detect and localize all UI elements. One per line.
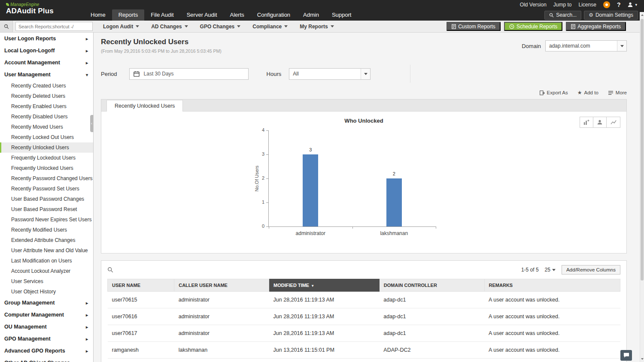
period-label: Period: [101, 71, 117, 77]
export-as-link[interactable]: Export As: [539, 90, 568, 96]
column-header-domain-controller[interactable]: DOMAIN CONTROLLER: [379, 279, 484, 292]
report-search-icon-button[interactable]: [0, 21, 13, 32]
scroll-up-button[interactable]: [640, 12, 644, 18]
sidebar-subitem-user-attribute-new-and-old-value[interactable]: User Attribute New and Old Value: [0, 245, 93, 256]
sidebar-subitem-frequently-unlocked-users[interactable]: Frequently Unlocked Users: [0, 163, 93, 173]
chart-bar-lakshmanan[interactable]: 2: [386, 178, 402, 226]
sidebar-subitem-extended-attribute-changes[interactable]: Extended Attribute Changes: [0, 235, 93, 245]
scroll-down-button[interactable]: [640, 356, 644, 362]
sidebar-subitem-account-lockout-analyzer[interactable]: Account Lockout Analyzer: [0, 266, 93, 276]
column-header-caller-user-name[interactable]: CALLER USER NAME: [174, 279, 269, 292]
domain-settings-button[interactable]: ⚙ Domain Settings: [584, 11, 638, 20]
chart-line-view-button[interactable]: [607, 117, 620, 127]
sidebar-subitem-frequently-lockedout-users[interactable]: Frequently Lockedout Users: [0, 153, 93, 163]
cell-domain-controller: adap-dc1: [379, 308, 484, 325]
sidebar-subitem-user-based-password-reset[interactable]: User Based Password Reset: [0, 204, 93, 214]
x-axis-tick: [436, 226, 436, 229]
domain-select[interactable]: adap.internal.com: [545, 40, 627, 51]
sidebar-item-advanced-gpo-reports[interactable]: Advanced GPO Reports▸: [0, 345, 93, 357]
sidebar-subitem-user-based-password-changes[interactable]: User Based Password Changes: [0, 194, 93, 204]
sidebar-collapse-handle[interactable]: ‹: [90, 115, 93, 132]
sidebar-item-user-management[interactable]: User Management▾: [0, 69, 93, 81]
help-icon[interactable]: ?: [617, 1, 621, 8]
nav-item-admin[interactable]: Admin: [297, 9, 325, 21]
sidebar-subitem-password-never-expires-set-users[interactable]: Password Never Expires Set Users: [0, 214, 93, 225]
scroll-thumb[interactable]: [641, 19, 644, 281]
sidebar-subitem-recently-locked-out-users[interactable]: Recently Locked Out Users: [0, 132, 93, 142]
menu-compliance[interactable]: Compliance: [246, 21, 294, 33]
sidebar-item-user-logon-reports[interactable]: User Logon Reports▸: [0, 33, 93, 45]
chart-bar-administrator[interactable]: 3: [303, 154, 318, 226]
tick-mark: [266, 154, 269, 155]
nav-item-support[interactable]: Support: [325, 9, 358, 21]
nav-item-reports[interactable]: Reports: [112, 9, 145, 21]
column-header-modified-time[interactable]: MODIFIED TIME▼: [269, 279, 380, 292]
period-picker[interactable]: Last 30 Days: [129, 68, 249, 80]
sidebar-item-group-management[interactable]: Group Management▸: [0, 297, 93, 309]
chevron-down-icon: [331, 25, 334, 27]
nav-item-alerts[interactable]: Alerts: [224, 9, 251, 21]
sidebar-item-local-logon-logoff[interactable]: Local Logon-Logoff▸: [0, 45, 93, 57]
title-row: Recently Unlocked Users (From May 29,201…: [101, 38, 627, 54]
table-search-icon[interactable]: [107, 267, 113, 273]
export-icon: [539, 90, 545, 96]
nav-item-configuration[interactable]: Configuration: [251, 9, 297, 21]
nav-item-server-audit[interactable]: Server Audit: [180, 9, 224, 21]
report-search-input[interactable]: [15, 22, 93, 31]
nav-item-home[interactable]: Home: [84, 9, 112, 21]
sidebar-subitem-recently-unlocked-users[interactable]: Recently Unlocked Users: [0, 142, 93, 153]
sidebar-subitem-recently-password-changed-users[interactable]: Recently Password Changed Users: [0, 173, 93, 184]
feedback-chat-button[interactable]: [620, 350, 632, 361]
sidebar-subitem-recently-disabled-users[interactable]: Recently Disabled Users: [0, 112, 93, 122]
column-header-remarks[interactable]: REMARKS: [484, 279, 620, 292]
sidebar-item-ou-management[interactable]: OU Management▸: [0, 321, 93, 333]
vertical-scrollbar[interactable]: [640, 12, 644, 362]
report-date-range: (From May 29,2016 5:03:45 PM to Jun 28,2…: [101, 48, 222, 54]
schedule-reports-button[interactable]: Schedule Reports: [504, 22, 562, 31]
add-remove-columns-button[interactable]: Add/Remove Columns: [562, 265, 620, 275]
export-as-label: Export As: [547, 90, 568, 95]
sidebar-subitem-recently-created-users[interactable]: Recently Created Users: [0, 81, 93, 91]
sidebar-subitem-user-services[interactable]: User Services: [0, 276, 93, 287]
sidebar-item-account-management[interactable]: Account Management▸: [0, 57, 93, 69]
sidebar-subitem-recently-password-set-users[interactable]: Recently Password Set Users: [0, 184, 93, 194]
sidebar-item-gpo-management[interactable]: GPO Management▸: [0, 333, 93, 345]
header-search-button[interactable]: Search...: [544, 11, 581, 20]
menu-logon-audit[interactable]: Logon Audit: [97, 21, 145, 33]
utility-link-jump-to[interactable]: Jump to: [553, 2, 572, 8]
tab-recently-unlocked-users[interactable]: Recently Unlocked Users: [106, 100, 183, 112]
sidebar-subitem-recently-moved-users[interactable]: Recently Moved Users: [0, 122, 93, 132]
sidebar-subitem-recently-deleted-users[interactable]: Recently Deleted Users: [0, 91, 93, 101]
sidebar-subitem-user-object-history[interactable]: User Object History: [0, 287, 93, 297]
utility-links: Old VersionJump toLicense?▾: [84, 0, 644, 9]
chart-type-button[interactable]: [580, 117, 593, 127]
hours-select-value: All: [289, 71, 302, 77]
notification-icon[interactable]: [603, 1, 610, 8]
cell-user-name: user70615: [108, 292, 174, 308]
add-to-link[interactable]: ★ Add to: [577, 90, 598, 96]
page-size-select[interactable]: 25: [545, 267, 556, 273]
sidebar-subitem-recently-enabled-users[interactable]: Recently Enabled Users: [0, 101, 93, 112]
menu-gpo-changes[interactable]: GPO Changes: [194, 21, 247, 33]
utility-link-old-version[interactable]: Old Version: [520, 2, 547, 8]
menu-ad-changes[interactable]: AD Changes: [145, 21, 194, 33]
hours-select[interactable]: All: [289, 68, 371, 80]
aggregate-reports-button[interactable]: Aggregate Reports: [566, 22, 626, 31]
table-toolbar-right: 1-5 of 5 25 Add/Remove Columns: [521, 265, 620, 275]
sidebar-item-computer-management[interactable]: Computer Management▸: [0, 309, 93, 321]
column-header-user-name[interactable]: USER NAME: [108, 279, 174, 292]
filter-row: Period Last 30 Days Hours All: [101, 65, 627, 83]
chart-user-view-button[interactable]: [593, 117, 607, 127]
sidebar-item-other-ad-object-changes[interactable]: Other AD Object Changes▸: [0, 357, 93, 362]
custom-reports-button[interactable]: Custom Reports: [447, 22, 501, 31]
utility-link-license[interactable]: License: [579, 2, 596, 8]
brand-company-label: ManageEngine: [10, 2, 39, 7]
chevron-right-icon: ▸: [86, 361, 88, 362]
sidebar-item-label: OU Management: [4, 324, 47, 330]
sidebar-subitem-last-modification-on-users[interactable]: Last Modification on Users: [0, 256, 93, 266]
nav-item-file-audit[interactable]: File Audit: [144, 9, 180, 21]
x-axis-tick: [352, 226, 353, 229]
sidebar-subitem-recently-modified-users[interactable]: Recently Modified Users: [0, 225, 93, 235]
menu-my-reports[interactable]: My Reports: [294, 21, 340, 33]
more-link[interactable]: More: [608, 90, 627, 95]
